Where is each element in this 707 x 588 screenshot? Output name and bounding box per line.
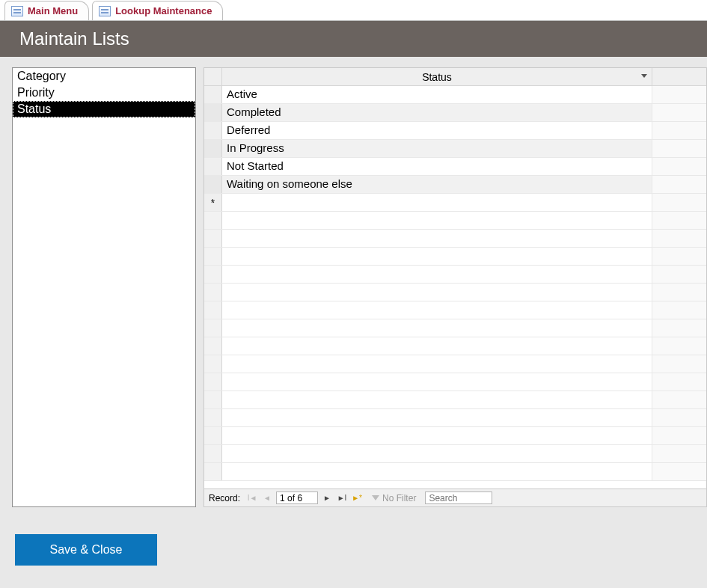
lookup-type-listbox[interactable]: CategoryPriorityStatus: [12, 67, 196, 507]
row-selector: [204, 212, 222, 229]
row-selector: [204, 337, 222, 355]
blank-cell: [652, 194, 706, 211]
blank-cell: [652, 86, 706, 103]
empty-row: [204, 319, 706, 337]
row-selector: [204, 319, 222, 337]
row-selector: [204, 355, 222, 373]
row-selector: [204, 248, 222, 265]
empty-row: [204, 248, 706, 266]
blank-cell: [652, 176, 706, 193]
list-item[interactable]: Status: [13, 101, 195, 117]
last-record-button[interactable]: ►I: [336, 492, 348, 504]
row-selector: [204, 373, 222, 391]
blank-cell: [652, 248, 706, 265]
column-header-label: Status: [422, 71, 452, 83]
blank-cell: [652, 230, 706, 247]
table-row: In Progress: [204, 140, 706, 158]
blank-cell: [652, 212, 706, 229]
datasheet-header-row: Status: [204, 68, 706, 86]
blank-cell: [222, 301, 652, 319]
empty-row: [204, 373, 706, 391]
blank-cell: [652, 122, 706, 139]
no-filter-label: No Filter: [382, 493, 416, 503]
empty-row: [204, 427, 706, 445]
blank-cell: [652, 266, 706, 283]
blank-cell: [222, 391, 652, 408]
empty-row: [204, 409, 706, 427]
status-cell[interactable]: In Progress: [222, 140, 652, 157]
status-cell[interactable]: Not Started: [222, 158, 652, 175]
row-selector[interactable]: [204, 122, 222, 139]
blank-cell: [222, 266, 652, 283]
status-cell[interactable]: Active: [222, 86, 652, 103]
record-label: Record:: [209, 493, 240, 503]
empty-row: [204, 230, 706, 248]
record-position-input[interactable]: [276, 491, 318, 504]
list-item[interactable]: Category: [13, 68, 195, 85]
empty-row: [204, 266, 706, 284]
row-selector: [204, 284, 222, 301]
blank-cell: [222, 284, 652, 301]
status-cell[interactable]: Deferred: [222, 122, 652, 139]
page-title: Maintain Lists: [19, 28, 129, 49]
datasheet-container: Status ActiveCompletedDeferredIn Progres…: [203, 67, 707, 507]
search-input[interactable]: [425, 491, 492, 504]
blank-cell: [222, 427, 652, 444]
save-close-button[interactable]: Save & Close: [15, 534, 157, 566]
row-selector[interactable]: [204, 176, 222, 193]
tab-label: Main Menu: [28, 5, 78, 16]
empty-row: [204, 301, 706, 319]
row-selector: [204, 266, 222, 283]
next-record-button[interactable]: ►: [321, 492, 333, 504]
table-row: Waiting on someone else: [204, 176, 706, 194]
status-cell[interactable]: Waiting on someone else: [222, 176, 652, 193]
row-selector[interactable]: [204, 104, 222, 121]
blank-cell: [652, 104, 706, 121]
blank-cell: [652, 337, 706, 355]
row-selector: [204, 463, 222, 480]
chevron-down-icon: [641, 74, 647, 78]
row-selector: [204, 427, 222, 444]
row-selector: [204, 230, 222, 247]
prev-record-button[interactable]: ◄: [261, 492, 273, 504]
row-selector: [204, 391, 222, 408]
table-row: Not Started: [204, 158, 706, 176]
new-record-button[interactable]: ►*: [351, 492, 363, 504]
form-title-bar: Maintain Lists: [0, 21, 707, 57]
blank-cell: [222, 319, 652, 337]
content-area: CategoryPriorityStatus Status ActiveComp…: [0, 57, 707, 507]
empty-row: [204, 391, 706, 409]
table-row: Active: [204, 86, 706, 104]
blank-cell: [652, 409, 706, 426]
new-record-marker[interactable]: *: [204, 194, 222, 211]
blank-cell: [652, 373, 706, 391]
column-header-status[interactable]: Status: [222, 68, 652, 85]
blank-cell: [652, 391, 706, 408]
blank-cell: [222, 230, 652, 247]
empty-row: [204, 212, 706, 230]
row-selector[interactable]: [204, 140, 222, 157]
blank-cell: [652, 301, 706, 319]
filter-indicator[interactable]: No Filter: [372, 493, 416, 503]
first-record-button[interactable]: I◄: [246, 492, 258, 504]
blank-cell: [222, 463, 652, 480]
select-all-box[interactable]: [204, 68, 222, 85]
empty-row: [204, 337, 706, 355]
list-item[interactable]: Priority: [13, 85, 195, 101]
status-cell[interactable]: [222, 194, 652, 211]
tab-lookup-maintenance[interactable]: Lookup Maintenance: [92, 1, 223, 20]
empty-row: [204, 284, 706, 301]
funnel-icon: [372, 495, 379, 500]
tab-label: Lookup Maintenance: [115, 5, 212, 16]
blank-cell: [652, 427, 706, 444]
status-cell[interactable]: Completed: [222, 104, 652, 121]
blank-cell: [222, 409, 652, 426]
tab-main-menu[interactable]: Main Menu: [4, 1, 89, 20]
datasheet-grid: Status ActiveCompletedDeferredIn Progres…: [204, 68, 706, 489]
row-selector[interactable]: [204, 86, 222, 103]
blank-cell: [652, 319, 706, 337]
blank-cell: [222, 445, 652, 462]
new-record-row: *: [204, 194, 706, 212]
row-selector[interactable]: [204, 158, 222, 175]
row-selector: [204, 445, 222, 462]
